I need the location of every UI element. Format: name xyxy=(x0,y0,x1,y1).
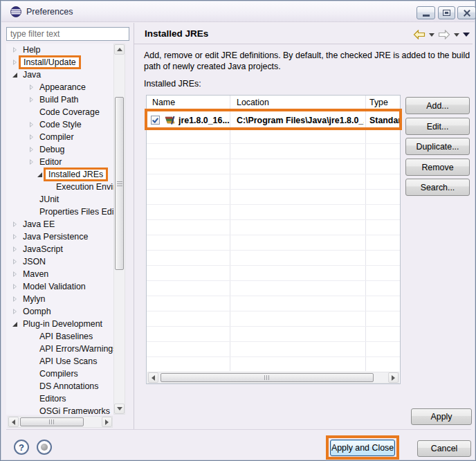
tree-item-api-use-scans[interactable]: API Use Scans xyxy=(6,355,113,368)
tree-item-editor[interactable]: Editor xyxy=(6,156,113,168)
view-menu-icon[interactable] xyxy=(463,33,470,37)
add-button[interactable]: Add... xyxy=(405,97,470,114)
filter-input[interactable] xyxy=(6,27,129,41)
tree-item-api-baselines[interactable]: API Baselines xyxy=(6,330,113,343)
tree-expander-icon[interactable] xyxy=(12,258,19,266)
tree-expander-icon[interactable] xyxy=(12,71,19,79)
tree-item-label: Editors xyxy=(38,394,68,404)
tree-expander-icon[interactable] xyxy=(12,221,19,228)
preference-recorder-button[interactable] xyxy=(37,440,52,455)
tree-spacer xyxy=(28,395,36,403)
scroll-left-button[interactable] xyxy=(8,417,19,427)
tree-item-build-path[interactable]: Build Path xyxy=(6,93,113,106)
tree-expander-icon[interactable] xyxy=(28,96,36,104)
tree-expander-icon[interactable] xyxy=(28,159,36,166)
tree-spacer xyxy=(28,358,36,365)
tree-expander-icon[interactable] xyxy=(12,271,19,278)
tree-spacer xyxy=(28,345,36,353)
tree-item-json[interactable]: JSON xyxy=(6,255,113,268)
tree-item-installed-jres[interactable]: Installed JREs xyxy=(6,168,113,181)
tree-item-compiler[interactable]: Compiler xyxy=(6,131,113,143)
scroll-right-button[interactable] xyxy=(388,372,399,383)
preferences-dialog: Preferences HelpInstall/UpdateJavaAppear… xyxy=(0,0,476,461)
forward-history-dropdown-icon[interactable] xyxy=(454,33,459,37)
tree-item-compilers[interactable]: Compilers xyxy=(6,368,113,380)
tree-expander-icon[interactable] xyxy=(12,283,19,291)
scroll-down-button[interactable] xyxy=(114,404,125,414)
tree-item-editors[interactable]: Editors xyxy=(6,392,113,405)
close-button[interactable] xyxy=(457,6,476,19)
tree-vertical-scrollbar[interactable] xyxy=(113,44,125,415)
edit-button[interactable]: Edit... xyxy=(405,118,470,135)
table-row[interactable]: jre1.8.0_16... C:\Program Files\Java\jre… xyxy=(147,111,400,129)
back-history-dropdown-icon[interactable] xyxy=(429,33,434,37)
tree-item-api-errors-warnings[interactable]: API Errors/Warnings xyxy=(6,343,113,355)
column-header-location[interactable]: Location xyxy=(237,98,269,107)
tree-item-oomph[interactable]: Oomph xyxy=(6,305,113,318)
tree-horizontal-scrollbar[interactable] xyxy=(8,416,113,428)
tree-expander-icon[interactable] xyxy=(12,246,19,253)
back-arrow-icon[interactable] xyxy=(413,30,425,39)
tree-item-junit[interactable]: JUnit xyxy=(6,193,113,206)
tree-item-ds-annotations[interactable]: DS Annotations xyxy=(6,380,113,392)
tree-item-properties-files-edito[interactable]: Properties Files Edito xyxy=(6,206,113,218)
tree-item-label: Code Style xyxy=(38,120,83,129)
tree-expander-icon[interactable] xyxy=(12,320,19,328)
installed-jres-label: Installed JREs: xyxy=(144,79,201,89)
tree-expander-icon[interactable] xyxy=(28,146,36,154)
jre-checkbox[interactable] xyxy=(151,116,160,125)
tree-item-execution-enviro[interactable]: Execution Enviro xyxy=(6,181,113,193)
tree-item-debug[interactable]: Debug xyxy=(6,143,113,156)
tree-item-maven[interactable]: Maven xyxy=(6,268,113,280)
tree-expander-icon[interactable] xyxy=(28,121,36,129)
column-header-type[interactable]: Type xyxy=(369,98,388,107)
arrow-left-icon xyxy=(12,419,15,425)
column-header-name[interactable]: Name xyxy=(152,98,175,107)
maximize-button[interactable] xyxy=(438,6,455,19)
apply-and-close-button[interactable]: Apply and Close xyxy=(330,440,395,456)
cancel-button[interactable]: Cancel xyxy=(417,440,471,457)
tree-expander-icon[interactable] xyxy=(28,84,36,91)
tree-expander-icon[interactable] xyxy=(28,134,36,141)
tree-item-model-validation[interactable]: Model Validation xyxy=(6,280,113,293)
tree-item-code-style[interactable]: Code Style xyxy=(6,118,113,131)
scroll-up-button[interactable] xyxy=(114,44,125,55)
tree-item-label: API Errors/Warnings xyxy=(38,344,113,354)
tree-item-java[interactable]: Java xyxy=(6,69,113,81)
duplicate-button[interactable]: Duplicate... xyxy=(405,138,470,155)
tree-item-label: JUnit xyxy=(38,195,60,204)
tree-item-appearance[interactable]: Appearance xyxy=(6,81,113,93)
tree-expander-icon[interactable] xyxy=(12,233,19,241)
tree-expander-icon[interactable] xyxy=(12,46,19,54)
tree-item-java-persistence[interactable]: Java Persistence xyxy=(6,230,113,243)
table-hscroll-thumb[interactable] xyxy=(161,373,374,382)
help-button[interactable]: ? xyxy=(14,440,29,455)
titlebar[interactable]: Preferences xyxy=(1,1,475,22)
tree-item-osgi-frameworks[interactable]: OSGi Frameworks xyxy=(6,405,113,415)
scroll-right-button[interactable] xyxy=(102,417,112,427)
table-horizontal-scrollbar[interactable] xyxy=(147,372,399,383)
tree-item-install-update[interactable]: Install/Update xyxy=(6,56,113,69)
minimize-button[interactable] xyxy=(416,6,435,19)
tree-item-java-ee[interactable]: Java EE xyxy=(6,218,113,230)
tree-item-label: Help xyxy=(21,45,42,55)
tree-spacer xyxy=(28,196,36,204)
jre-location-cell: C:\Program Files\Java\jre1.8.0_... xyxy=(237,116,364,125)
tree-spacer xyxy=(28,109,36,116)
tree-item-mylyn[interactable]: Mylyn xyxy=(6,293,113,305)
search-button[interactable]: Search... xyxy=(405,179,470,196)
tree-hscroll-thumb[interactable] xyxy=(20,417,84,426)
tree-item-javascript[interactable]: JavaScript xyxy=(6,243,113,255)
tree-vscroll-thumb[interactable] xyxy=(115,97,124,270)
forward-arrow-icon[interactable] xyxy=(438,30,450,39)
eclipse-logo-icon xyxy=(10,6,21,17)
tree-item-code-coverage[interactable]: Code Coverage xyxy=(6,106,113,118)
remove-button[interactable]: Remove xyxy=(405,159,470,176)
tree-expander-icon[interactable] xyxy=(12,308,19,316)
tree-item-help[interactable]: Help xyxy=(6,44,113,56)
tree-item-plug-in-development[interactable]: Plug-in Development xyxy=(6,318,113,330)
tree-item-label: Compilers xyxy=(38,369,80,379)
tree-expander-icon[interactable] xyxy=(12,296,19,303)
apply-button[interactable]: Apply xyxy=(411,408,472,425)
scroll-left-button[interactable] xyxy=(148,372,158,383)
